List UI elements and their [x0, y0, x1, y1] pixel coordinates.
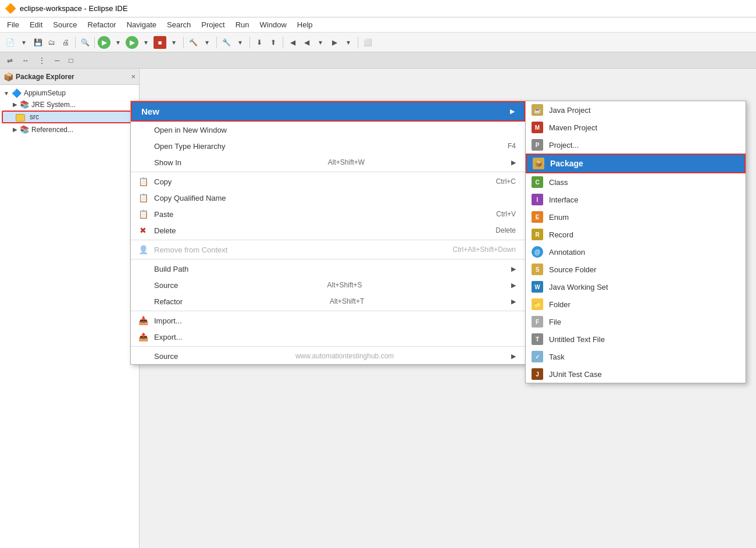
- ctx-remove-context[interactable]: 👤 Remove from Context Ctrl+Alt+Shift+Dow…: [131, 241, 525, 258]
- stop-btn[interactable]: ■: [154, 36, 166, 49]
- toolbar-dropdown-1[interactable]: ▾: [17, 36, 30, 49]
- ctx-import[interactable]: 📥 Import...: [131, 312, 525, 329]
- sub-java-working-set[interactable]: W Java Working Set: [526, 278, 746, 296]
- open-task-btn[interactable]: 🔧: [220, 36, 233, 49]
- ctx-source-icon: [138, 280, 148, 290]
- sub-java-project[interactable]: ☕ Java Project: [526, 101, 746, 119]
- ctx-new[interactable]: New ▶: [131, 101, 525, 122]
- tab-sync[interactable]: ⇌: [3, 55, 16, 66]
- run-btn[interactable]: ▶: [98, 36, 110, 49]
- ctx-new-label: New: [141, 106, 159, 116]
- ctx-delete-label: Delete: [154, 226, 176, 235]
- fwd-btn[interactable]: ▶: [328, 36, 341, 49]
- sep3: [183, 37, 184, 48]
- tree-item-jre[interactable]: ▶ 📚 JRE System...: [0, 99, 139, 110]
- build-dropdown[interactable]: ▾: [201, 36, 213, 49]
- sub-untitled[interactable]: T Untitled Text File: [526, 330, 746, 348]
- sub-project[interactable]: P Project...: [526, 136, 746, 154]
- java-project-label: Java Project: [549, 106, 591, 115]
- untitled-icon: T: [532, 333, 543, 345]
- java-project-icon: ☕: [532, 104, 543, 116]
- sub-file[interactable]: F File: [526, 313, 746, 330]
- run2-dropdown[interactable]: ▾: [140, 36, 152, 49]
- tab-options[interactable]: ⋮: [35, 55, 49, 66]
- ctx-open-type-hierarchy[interactable]: Open Type Hierarchy F4: [131, 138, 525, 154]
- tree-item-appiumsetup[interactable]: ▼ 🔷 AppiumSetup: [0, 87, 139, 99]
- title-bar: 🔶 eclipse-workspace - Eclipse IDE: [0, 0, 756, 17]
- maven-project-label: Maven Project: [549, 123, 597, 132]
- folder-label: Folder: [549, 300, 570, 309]
- menu-run[interactable]: Run: [231, 19, 254, 30]
- ctx-source[interactable]: Source Alt+Shift+S ▶: [131, 277, 525, 293]
- sub-junit[interactable]: J JUnit Test Case: [526, 365, 746, 383]
- tab-expand[interactable]: ↔: [19, 55, 33, 66]
- save-all-btn[interactable]: 🗂: [45, 36, 58, 49]
- run2-btn[interactable]: ▶: [126, 36, 138, 49]
- ctx-copy[interactable]: 📋 Copy Ctrl+C: [131, 173, 525, 190]
- nav-fwd[interactable]: ⬆: [267, 36, 280, 49]
- save-btn[interactable]: 💾: [31, 36, 44, 49]
- title-text: eclipse-workspace - Eclipse IDE: [20, 4, 128, 13]
- working-set-icon: W: [532, 281, 543, 293]
- ctx-copy-qualified[interactable]: 📋 Copy Qualified Name: [131, 190, 525, 206]
- menu-navigate[interactable]: Navigate: [122, 19, 161, 30]
- debug-btn[interactable]: 🔍: [79, 36, 91, 49]
- tree-item-referenced[interactable]: ▶ 📚 Referenced...: [0, 124, 139, 135]
- ctx-delete[interactable]: ✖ Delete Delete: [131, 222, 525, 239]
- src-folder-icon: [16, 114, 25, 122]
- ctx-show-arrow: ▶: [511, 159, 516, 166]
- menu-project[interactable]: Project: [197, 19, 229, 30]
- prev-dropdown[interactable]: ▾: [314, 36, 327, 49]
- ctx-build-path[interactable]: Build Path ▶: [131, 261, 525, 277]
- run-dropdown[interactable]: ▾: [112, 36, 124, 49]
- sub-class[interactable]: C Class: [526, 173, 746, 191]
- prev-edit[interactable]: ◀: [286, 36, 299, 49]
- ctx-refactor[interactable]: Refactor Alt+Shift+T ▶: [131, 293, 525, 309]
- sub-record[interactable]: R Record: [526, 226, 746, 243]
- menu-refactor[interactable]: Refactor: [83, 19, 121, 30]
- menu-source[interactable]: Source: [48, 19, 81, 30]
- sub-folder[interactable]: 📁 Folder: [526, 296, 746, 313]
- build-btn[interactable]: 🔨: [187, 36, 199, 49]
- sub-maven-project[interactable]: M Maven Project: [526, 119, 746, 136]
- tab-maximize[interactable]: □: [66, 55, 77, 66]
- ctx-copy-label: Copy: [154, 177, 172, 186]
- ctx-export[interactable]: 📤 Export...: [131, 329, 525, 345]
- maximize-btn[interactable]: ⬜: [361, 36, 374, 49]
- file-icon: F: [532, 316, 543, 328]
- ref-icon: 📚: [20, 125, 29, 134]
- ctx-sep1: [131, 172, 525, 172]
- nav-back[interactable]: ⬇: [253, 36, 266, 49]
- print-btn[interactable]: 🖨: [59, 36, 72, 49]
- new-btn[interactable]: 📄: [3, 36, 16, 49]
- menu-window[interactable]: Window: [255, 19, 291, 30]
- ctx-delete-icon: ✖: [138, 225, 148, 236]
- ctx-copy-shortcut: Ctrl+C: [496, 177, 516, 186]
- ctx-show-in-label: Show In: [154, 158, 181, 167]
- ctx-source-bottom[interactable]: Source www.automationtestinghub.com ▶: [131, 348, 525, 364]
- fwd-dropdown[interactable]: ▾: [342, 36, 355, 49]
- sub-task[interactable]: ✓ Task: [526, 348, 746, 365]
- untitled-label: Untitled Text File: [549, 335, 605, 344]
- next-edit[interactable]: ◀: [300, 36, 313, 49]
- tab-minimize[interactable]: ─: [51, 55, 63, 66]
- sub-enum[interactable]: E Enum: [526, 208, 746, 226]
- ctx-show-in[interactable]: Show In Alt+Shift+W ▶: [131, 154, 525, 170]
- ctx-open-new-window[interactable]: Open in New Window: [131, 122, 525, 138]
- sub-package[interactable]: 📦 Package: [526, 154, 746, 173]
- stop-dropdown[interactable]: ▾: [167, 36, 180, 49]
- menu-file[interactable]: File: [2, 19, 24, 30]
- tree-item-src[interactable]: src: [3, 112, 136, 122]
- menu-search[interactable]: Search: [162, 19, 195, 30]
- ctx-paste[interactable]: 📋 Paste Ctrl+V: [131, 206, 525, 222]
- sub-annotation[interactable]: @ Annotation: [526, 243, 746, 261]
- sub-source-folder[interactable]: S Source Folder: [526, 261, 746, 278]
- ctx-paste-shortcut: Ctrl+V: [496, 210, 516, 218]
- menu-help[interactable]: Help: [293, 19, 318, 30]
- sub-interface[interactable]: I Interface: [526, 191, 746, 208]
- ctx-copy-icon: 📋: [138, 176, 148, 187]
- sep6: [283, 37, 283, 48]
- task-dropdown[interactable]: ▾: [234, 36, 247, 49]
- close-sidebar-btn[interactable]: ×: [131, 72, 135, 81]
- menu-edit[interactable]: Edit: [25, 19, 47, 30]
